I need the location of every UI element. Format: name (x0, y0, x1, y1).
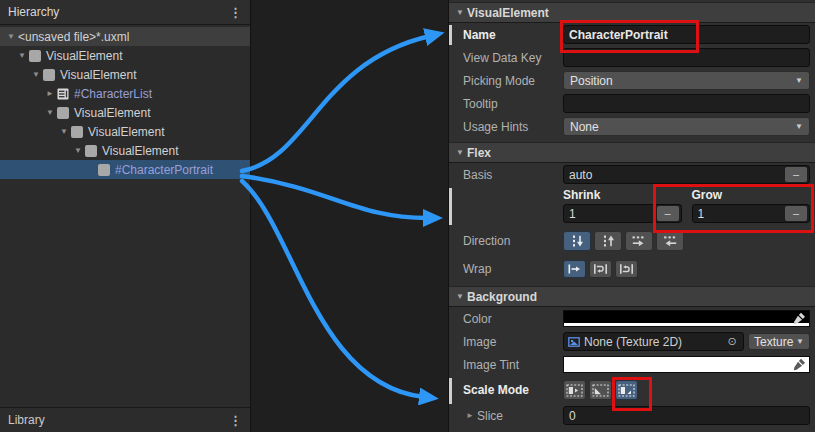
flex-basis-row: Basis auto – (449, 163, 815, 186)
flex-grow-dragger-button[interactable]: – (785, 206, 807, 221)
foldout-open-icon[interactable]: ▼ (43, 109, 57, 117)
flex-basis-input[interactable]: auto – (563, 165, 810, 184)
direction-row-button[interactable] (625, 231, 653, 251)
arrow-to-name-field (242, 36, 430, 171)
eyedropper-icon[interactable] (793, 312, 806, 325)
tooltip-input[interactable] (563, 94, 810, 113)
tooltip-label: Tooltip (463, 97, 563, 111)
image-type-dropdown[interactable]: Texture ▼ (748, 333, 810, 350)
flex-direction-label: Direction (463, 234, 563, 248)
background-color-field[interactable] (563, 310, 810, 327)
foldout-open-icon[interactable]: ▼ (453, 9, 467, 17)
column-down-icon (569, 235, 585, 247)
library-header[interactable]: Library ⋮ (0, 407, 250, 432)
tree-item-label: VisualElement (74, 106, 151, 120)
visual-element-icon (85, 145, 97, 157)
foldout-open-icon[interactable]: ▼ (15, 52, 29, 60)
direction-row-reverse-button[interactable] (656, 231, 684, 251)
foldout-open-icon[interactable]: ▼ (453, 149, 467, 157)
wrap-reverse-button[interactable] (615, 260, 638, 278)
tree-item-visualelement-1[interactable]: ▼ VisualElement (0, 46, 250, 65)
tree-item-visualelement-3[interactable]: ▼ VisualElement (0, 103, 250, 122)
slice-label-group: ► Slice (463, 409, 563, 423)
foldout-closed-icon[interactable]: ► (43, 90, 57, 98)
tree-item-characterlist[interactable]: ► #CharacterList (0, 84, 250, 103)
scale-to-fit-button[interactable] (615, 380, 638, 400)
foldout-open-icon[interactable]: ▼ (29, 71, 43, 79)
inspector-panel: ▼ VisualElement Name CharacterPortrait V… (448, 0, 815, 432)
usage-hints-label: Usage Hints (463, 120, 563, 134)
tree-item-label: #CharacterPortrait (115, 163, 213, 177)
object-picker-icon[interactable]: ⊙ (723, 336, 741, 347)
section-title: Background (467, 290, 537, 304)
stretch-to-fill-icon (566, 384, 583, 397)
flex-wrap-label: Wrap (463, 262, 563, 276)
foldout-open-icon[interactable]: ▼ (71, 147, 85, 155)
flex-direction-buttons (563, 231, 684, 251)
alpha-bar (564, 323, 809, 326)
kebab-menu-icon[interactable]: ⋮ (229, 5, 242, 20)
row-right-icon (631, 235, 647, 247)
image-tint-field[interactable] (563, 356, 810, 373)
foldout-open-icon[interactable]: ▼ (453, 293, 467, 301)
hierarchy-tree: ▼ <unsaved file>*.uxml ▼ VisualElement ▼… (0, 25, 250, 179)
tree-item-label: #CharacterList (74, 87, 152, 101)
background-image-row: Image None (Texture 2D) ⊙ Texture ▼ (449, 330, 815, 353)
tree-item-visualelement-2[interactable]: ▼ VisualElement (0, 65, 250, 84)
name-row: Name CharacterPortrait (449, 23, 815, 46)
background-image-object-field[interactable]: None (Texture 2D) ⊙ (563, 332, 744, 351)
section-visualelement[interactable]: ▼ VisualElement (449, 2, 815, 23)
tree-item-label: <unsaved file>*.uxml (18, 30, 129, 44)
flex-basis-dragger-button[interactable]: – (785, 167, 807, 182)
override-indicator-scale-mode (449, 378, 452, 404)
scale-mode-row: Scale Mode (449, 376, 815, 404)
picking-mode-label: Picking Mode (463, 74, 563, 88)
tree-item-visualelement-5[interactable]: ▼ VisualElement (0, 141, 250, 160)
name-input[interactable]: CharacterPortrait (563, 25, 810, 44)
image-type-value: Texture (754, 335, 793, 349)
nowrap-icon (567, 263, 582, 275)
direction-column-reverse-button[interactable] (594, 231, 622, 251)
slice-label: Slice (477, 409, 503, 423)
flex-shrink-input[interactable]: 1 – (563, 204, 682, 223)
background-image-label: Image (463, 335, 563, 349)
usage-hints-dropdown[interactable]: None ▼ (563, 117, 810, 136)
scale-and-crop-button[interactable] (589, 380, 612, 400)
image-tint-row: Image Tint (449, 353, 815, 376)
background-color-row: Color (449, 307, 815, 330)
picking-mode-row: Picking Mode Position ▼ (449, 69, 815, 92)
section-background[interactable]: ▼ Background (449, 286, 815, 307)
color-swatch (564, 357, 809, 372)
section-flex[interactable]: ▼ Flex (449, 142, 815, 163)
foldout-closed-icon[interactable]: ► (463, 412, 477, 420)
flex-shrink-dragger-button[interactable]: – (657, 206, 679, 221)
scale-mode-buttons (563, 380, 638, 400)
kebab-menu-icon[interactable]: ⋮ (229, 413, 242, 428)
tree-item-visualelement-4[interactable]: ▼ VisualElement (0, 122, 250, 141)
usage-hints-value: None (570, 120, 599, 134)
tree-item-label: VisualElement (102, 144, 179, 158)
tree-item-unsaved-file[interactable]: ▼ <unsaved file>*.uxml (0, 27, 250, 46)
list-view-icon (57, 88, 69, 100)
section-title: Flex (467, 146, 491, 160)
foldout-open-icon[interactable]: ▼ (4, 33, 18, 41)
name-value: CharacterPortrait (569, 28, 668, 42)
scale-stretch-to-fill-button[interactable] (563, 380, 586, 400)
direction-column-button[interactable] (563, 231, 591, 251)
flex-basis-label: Basis (463, 168, 563, 182)
picking-mode-dropdown[interactable]: Position ▼ (563, 71, 810, 90)
foldout-open-icon[interactable]: ▼ (57, 128, 71, 136)
flex-wrap-row: Wrap (449, 256, 815, 282)
wrap-nowrap-button[interactable] (563, 260, 586, 278)
texture-2d-icon (568, 337, 580, 347)
eyedropper-icon[interactable] (793, 358, 806, 371)
scale-and-crop-icon (592, 384, 609, 397)
scale-mode-label: Scale Mode (463, 383, 563, 397)
slice-row: ► Slice 0 (449, 404, 815, 427)
flex-shrink-group: Shrink 1 – (563, 188, 682, 226)
tree-item-characterportrait[interactable]: #CharacterPortrait (0, 160, 250, 179)
slice-input[interactable]: 0 (563, 406, 810, 425)
wrap-wrap-button[interactable] (589, 260, 612, 278)
flex-grow-input[interactable]: 1 – (692, 204, 811, 223)
view-data-key-input[interactable] (563, 48, 810, 67)
